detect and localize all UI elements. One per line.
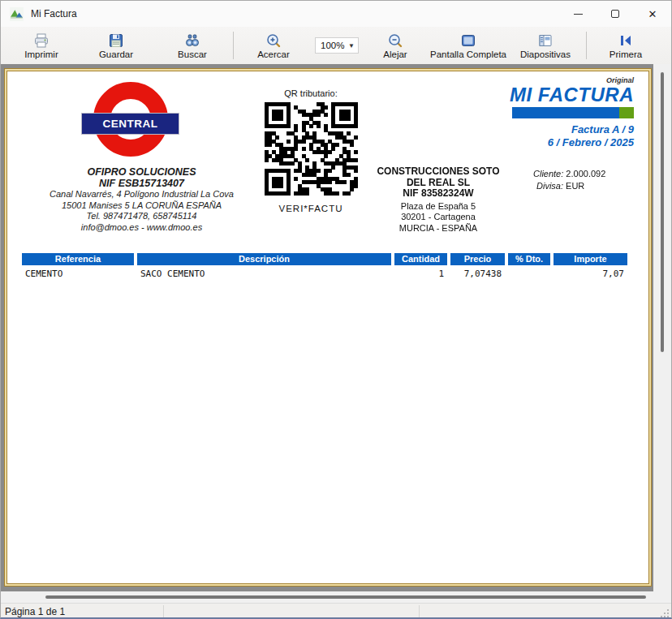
column-header-importe: Importe <box>554 253 627 265</box>
statusbar-divider <box>163 605 164 618</box>
client-name-1: CONSTRUCCIONES SOTO <box>357 166 519 178</box>
zoom-out-icon <box>387 32 403 49</box>
app-window: Mi Factura ✕ Imprimir Gu <box>0 0 672 619</box>
maximize-icon <box>611 10 619 18</box>
slides-label: Diapositivas <box>520 49 571 59</box>
first-page-label: Primera <box>610 49 642 59</box>
search-label: Buscar <box>178 49 207 59</box>
column-header-descripcion: Descripción <box>137 253 391 265</box>
minimize-icon <box>574 14 583 15</box>
printer-icon <box>33 32 50 49</box>
company-web: info@dmoo.es - www.dmoo.es <box>14 222 269 234</box>
company-phone: Tel. 987471478, 658745114 <box>14 211 269 222</box>
print-button[interactable]: Imprimir <box>9 28 74 63</box>
cell-importe: 7,07 <box>554 269 627 280</box>
client-nif: NIF 83582324W <box>357 188 519 200</box>
maximize-button[interactable] <box>597 1 634 27</box>
fullscreen-button[interactable]: Pantalla Completa <box>424 28 513 63</box>
window-title: Mi Factura <box>31 8 77 19</box>
header-accent-bar-green <box>619 107 634 118</box>
zoom-in-label: Acercar <box>257 49 290 59</box>
client-code-row: Cliente: 2.000.092 <box>533 168 605 180</box>
client-address-2: 30201 - Cartagena <box>357 212 519 223</box>
client-address-1: Plaza de España 5 <box>357 201 519 213</box>
zoom-out-label: Alejar <box>383 49 407 59</box>
titlebar: Mi Factura ✕ <box>1 1 671 27</box>
vertical-scrollbar[interactable] <box>653 64 671 591</box>
zoom-in-icon <box>265 32 282 49</box>
resize-grip[interactable] <box>660 608 670 618</box>
statusbar-divider <box>419 605 420 618</box>
toolbar-separator <box>233 32 234 59</box>
items-table-header: Referencia Descripción Cantidad Precio %… <box>22 253 627 265</box>
table-row: CEMENTO SACO CEMENTO 1 7,07438 7,07 <box>22 269 627 280</box>
qr-label: QR tributario: <box>250 88 372 98</box>
column-header-cantidad: Cantidad <box>394 253 447 265</box>
preview-area: CENTRAL OFIPRO SOLUCIONES NIF ESB1571340… <box>1 64 671 603</box>
zoom-out-button[interactable]: Alejar <box>367 28 424 63</box>
client-code-label: Cliente: <box>533 169 563 178</box>
currency-label: Divisa: <box>536 181 563 191</box>
client-address-3: MURCIA - ESPAÑA <box>357 223 519 234</box>
print-label: Imprimir <box>24 49 58 59</box>
company-address-2: 15001 Manises 5 LA CORUÑA ESPAÑA <box>14 200 269 212</box>
chevron-down-icon: ▼ <box>348 42 358 49</box>
first-page-icon <box>618 32 634 49</box>
column-header-dto: % Dto. <box>508 253 550 265</box>
invoice-meta: Cliente: 2.000.092 Divisa: EUR <box>533 168 605 192</box>
document-header: Original MI FACTURA Factura A / 9 6 / Fe… <box>431 76 634 149</box>
client-info: CONSTRUCCIONES SOTO DEL REAL SL NIF 8358… <box>357 166 519 234</box>
cell-descripcion: SACO CEMENTO <box>137 269 391 280</box>
slides-button[interactable]: Diapositivas <box>513 28 578 63</box>
cell-referencia: CEMENTO <box>22 269 134 280</box>
invoice-number: Factura A / 9 <box>431 123 634 136</box>
company-info: OFIPRO SOLUCIONES NIF ESB15713407 Canal … <box>14 166 269 233</box>
company-logo-text: CENTRAL <box>103 118 158 130</box>
document-title: MI FACTURA <box>431 84 634 105</box>
qr-caption: VERI*FACTU <box>250 204 372 213</box>
slides-icon <box>537 32 554 49</box>
page-indicator: Página 1 de 1 <box>5 606 65 617</box>
fullscreen-icon <box>460 32 476 49</box>
company-name: OFIPRO SOLUCIONES <box>14 166 269 178</box>
invoice-page: CENTRAL OFIPRO SOLUCIONES NIF ESB1571340… <box>6 71 649 584</box>
vertical-scrollbar-thumb[interactable] <box>661 72 664 352</box>
close-button[interactable]: ✕ <box>634 1 671 27</box>
qr-code <box>265 102 358 196</box>
zoom-in-button[interactable]: Acercar <box>242 28 305 63</box>
column-header-precio: Precio <box>450 253 505 265</box>
zoom-level-select[interactable]: 100% ▼ <box>315 37 359 54</box>
toolbar-separator <box>586 32 587 59</box>
company-logo: CENTRAL <box>81 113 179 135</box>
currency-row: Divisa: EUR <box>533 180 605 192</box>
horizontal-scrollbar-thumb[interactable] <box>45 595 646 599</box>
first-page-button[interactable]: Primera <box>595 28 657 63</box>
zoom-level-value: 100% <box>321 41 344 50</box>
cell-cantidad: 1 <box>394 269 447 280</box>
column-header-referencia: Referencia <box>22 253 134 265</box>
company-address-1: Canal Navarrés, 4 Polígono Industrial La… <box>14 189 269 200</box>
client-code-value: 2.000.092 <box>566 169 605 178</box>
client-name-2: DEL REAL SL <box>357 178 519 189</box>
cell-dto <box>508 269 550 280</box>
currency-value: EUR <box>566 181 584 191</box>
horizontal-scrollbar[interactable] <box>1 591 655 603</box>
minimize-button[interactable] <box>559 1 597 27</box>
company-nif: NIF ESB15713407 <box>14 178 269 189</box>
save-button[interactable]: Guardar <box>84 28 149 63</box>
toolbar: Imprimir Guardar Buscar <box>1 27 671 64</box>
cell-precio: 7,07438 <box>450 269 505 280</box>
scrollbar-corner <box>653 591 671 603</box>
fullscreen-label: Pantalla Completa <box>430 49 506 59</box>
search-button[interactable]: Buscar <box>160 28 225 63</box>
save-icon <box>108 32 124 49</box>
binoculars-icon <box>184 32 200 49</box>
invoice-date: 6 / Febrero / 2025 <box>431 136 634 149</box>
header-accent-bar <box>512 107 634 118</box>
close-icon: ✕ <box>648 9 657 19</box>
qr-section: QR tributario: VERI*FACTU <box>250 88 372 213</box>
statusbar: Página 1 de 1 <box>1 603 671 619</box>
save-label: Guardar <box>99 49 133 59</box>
app-icon <box>10 7 24 21</box>
